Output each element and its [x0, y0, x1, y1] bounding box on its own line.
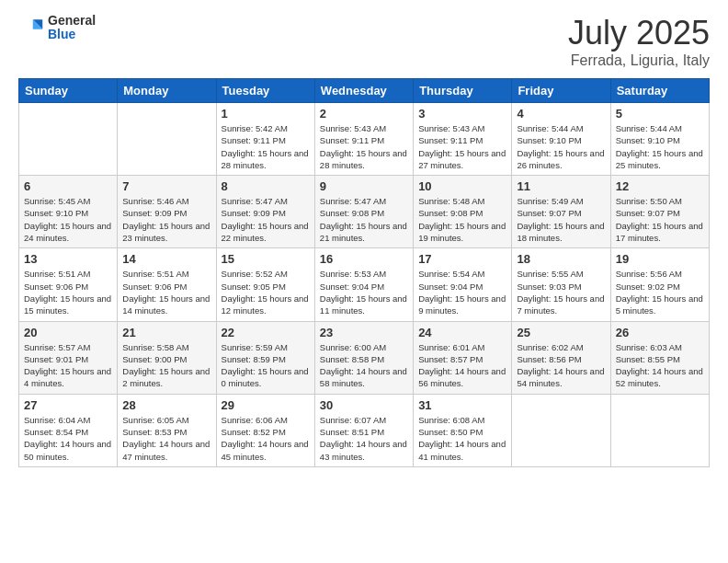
day-cell: 7Sunrise: 5:46 AM Sunset: 9:09 PM Daylig… — [118, 176, 216, 248]
column-header-saturday: Saturday — [610, 79, 709, 103]
day-number: 24 — [418, 326, 506, 339]
day-cell: 21Sunrise: 5:58 AM Sunset: 9:00 PM Dayli… — [118, 321, 216, 394]
month-title: July 2025 — [568, 14, 710, 52]
day-cell: 31Sunrise: 6:08 AM Sunset: 8:50 PM Dayli… — [414, 394, 512, 466]
day-number: 15 — [222, 252, 310, 266]
day-detail: Sunrise: 5:47 AM Sunset: 9:09 PM Dayligh… — [222, 195, 310, 244]
day-cell: 20Sunrise: 5:57 AM Sunset: 9:01 PM Dayli… — [19, 321, 118, 394]
day-detail: Sunrise: 6:00 AM Sunset: 8:58 PM Dayligh… — [320, 341, 408, 390]
day-cell: 17Sunrise: 5:54 AM Sunset: 9:04 PM Dayli… — [414, 248, 512, 321]
day-detail: Sunrise: 5:50 AM Sunset: 9:07 PM Dayligh… — [616, 195, 704, 244]
logo-text: General Blue — [48, 14, 96, 42]
day-number: 13 — [24, 252, 112, 266]
day-cell — [610, 394, 709, 466]
column-header-tuesday: Tuesday — [216, 79, 314, 103]
day-number: 11 — [517, 179, 605, 193]
day-cell: 16Sunrise: 5:53 AM Sunset: 9:04 PM Dayli… — [314, 248, 413, 321]
day-cell: 18Sunrise: 5:55 AM Sunset: 9:03 PM Dayli… — [512, 248, 610, 321]
week-row-2: 6Sunrise: 5:45 AM Sunset: 9:10 PM Daylig… — [19, 176, 710, 248]
day-number: 18 — [517, 252, 605, 266]
day-detail: Sunrise: 5:43 AM Sunset: 9:11 PM Dayligh… — [320, 122, 408, 171]
day-cell: 12Sunrise: 5:50 AM Sunset: 9:07 PM Dayli… — [610, 176, 709, 248]
day-number: 30 — [320, 398, 408, 412]
day-detail: Sunrise: 6:03 AM Sunset: 8:55 PM Dayligh… — [616, 341, 704, 390]
day-cell: 3Sunrise: 5:43 AM Sunset: 9:11 PM Daylig… — [414, 103, 512, 176]
day-number: 6 — [24, 179, 112, 193]
day-detail: Sunrise: 5:59 AM Sunset: 8:59 PM Dayligh… — [222, 341, 310, 390]
day-detail: Sunrise: 6:02 AM Sunset: 8:56 PM Dayligh… — [517, 341, 605, 390]
day-detail: Sunrise: 5:43 AM Sunset: 9:11 PM Dayligh… — [418, 122, 506, 171]
day-detail: Sunrise: 5:44 AM Sunset: 9:10 PM Dayligh… — [616, 122, 704, 171]
day-number: 27 — [24, 398, 112, 412]
day-number: 7 — [122, 179, 210, 193]
title-block: July 2025 Ferrada, Liguria, Italy — [568, 14, 710, 69]
day-cell: 13Sunrise: 5:51 AM Sunset: 9:06 PM Dayli… — [19, 248, 118, 321]
column-header-monday: Monday — [118, 79, 216, 103]
day-number: 8 — [222, 179, 310, 193]
day-cell: 14Sunrise: 5:51 AM Sunset: 9:06 PM Dayli… — [118, 248, 216, 321]
day-number: 12 — [616, 179, 704, 193]
day-cell: 26Sunrise: 6:03 AM Sunset: 8:55 PM Dayli… — [610, 321, 709, 394]
day-cell: 24Sunrise: 6:01 AM Sunset: 8:57 PM Dayli… — [414, 321, 512, 394]
day-number: 19 — [616, 252, 704, 266]
day-cell: 15Sunrise: 5:52 AM Sunset: 9:05 PM Dayli… — [216, 248, 314, 321]
day-number: 9 — [320, 179, 408, 193]
day-number: 22 — [222, 326, 310, 339]
day-detail: Sunrise: 6:08 AM Sunset: 8:50 PM Dayligh… — [418, 414, 506, 463]
day-cell: 5Sunrise: 5:44 AM Sunset: 9:10 PM Daylig… — [610, 103, 709, 176]
day-cell: 22Sunrise: 5:59 AM Sunset: 8:59 PM Dayli… — [216, 321, 314, 394]
day-detail: Sunrise: 5:51 AM Sunset: 9:06 PM Dayligh… — [122, 268, 210, 316]
day-cell: 23Sunrise: 6:00 AM Sunset: 8:58 PM Dayli… — [314, 321, 413, 394]
logo-icon — [18, 15, 44, 40]
day-number: 31 — [418, 398, 506, 412]
location: Ferrada, Liguria, Italy — [568, 52, 710, 69]
day-number: 25 — [517, 326, 605, 339]
calendar-page: General Blue July 2025 Ferrada, Liguria,… — [0, 0, 728, 563]
day-cell — [19, 103, 118, 176]
week-row-3: 13Sunrise: 5:51 AM Sunset: 9:06 PM Dayli… — [19, 248, 710, 321]
day-detail: Sunrise: 5:57 AM Sunset: 9:01 PM Dayligh… — [24, 341, 112, 390]
day-detail: Sunrise: 5:47 AM Sunset: 9:08 PM Dayligh… — [320, 195, 408, 244]
day-number: 29 — [222, 398, 310, 412]
day-cell — [118, 103, 216, 176]
day-detail: Sunrise: 5:44 AM Sunset: 9:10 PM Dayligh… — [517, 122, 605, 171]
logo-general: General — [48, 14, 96, 28]
day-detail: Sunrise: 5:55 AM Sunset: 9:03 PM Dayligh… — [517, 268, 605, 316]
day-detail: Sunrise: 5:48 AM Sunset: 9:08 PM Dayligh… — [418, 195, 506, 244]
column-header-sunday: Sunday — [19, 79, 118, 103]
day-number: 16 — [320, 252, 408, 266]
day-number: 26 — [616, 326, 704, 339]
day-detail: Sunrise: 5:49 AM Sunset: 9:07 PM Dayligh… — [517, 195, 605, 244]
day-number: 14 — [122, 252, 210, 266]
day-cell: 4Sunrise: 5:44 AM Sunset: 9:10 PM Daylig… — [512, 103, 610, 176]
day-cell: 19Sunrise: 5:56 AM Sunset: 9:02 PM Dayli… — [610, 248, 709, 321]
day-cell: 9Sunrise: 5:47 AM Sunset: 9:08 PM Daylig… — [314, 176, 413, 248]
day-number: 23 — [320, 326, 408, 339]
day-detail: Sunrise: 6:01 AM Sunset: 8:57 PM Dayligh… — [418, 341, 506, 390]
day-number: 10 — [418, 179, 506, 193]
day-number: 2 — [320, 107, 408, 121]
day-cell: 10Sunrise: 5:48 AM Sunset: 9:08 PM Dayli… — [414, 176, 512, 248]
day-detail: Sunrise: 6:06 AM Sunset: 8:52 PM Dayligh… — [222, 414, 310, 463]
day-cell: 25Sunrise: 6:02 AM Sunset: 8:56 PM Dayli… — [512, 321, 610, 394]
day-cell: 27Sunrise: 6:04 AM Sunset: 8:54 PM Dayli… — [19, 394, 118, 466]
day-cell: 2Sunrise: 5:43 AM Sunset: 9:11 PM Daylig… — [314, 103, 413, 176]
day-number: 5 — [616, 107, 704, 121]
day-cell: 1Sunrise: 5:42 AM Sunset: 9:11 PM Daylig… — [216, 103, 314, 176]
day-detail: Sunrise: 5:51 AM Sunset: 9:06 PM Dayligh… — [24, 268, 112, 316]
day-detail: Sunrise: 5:52 AM Sunset: 9:05 PM Dayligh… — [222, 268, 310, 316]
logo-blue: Blue — [48, 28, 96, 41]
calendar-table: SundayMondayTuesdayWednesdayThursdayFrid… — [18, 78, 710, 467]
week-row-1: 1Sunrise: 5:42 AM Sunset: 9:11 PM Daylig… — [19, 103, 710, 176]
day-number: 4 — [517, 107, 605, 121]
calendar-header-row: SundayMondayTuesdayWednesdayThursdayFrid… — [19, 79, 710, 103]
day-detail: Sunrise: 5:54 AM Sunset: 9:04 PM Dayligh… — [418, 268, 506, 316]
day-detail: Sunrise: 6:07 AM Sunset: 8:51 PM Dayligh… — [320, 414, 408, 463]
day-number: 1 — [222, 107, 310, 121]
day-cell: 6Sunrise: 5:45 AM Sunset: 9:10 PM Daylig… — [19, 176, 118, 248]
day-detail: Sunrise: 5:45 AM Sunset: 9:10 PM Dayligh… — [24, 195, 112, 244]
logo: General Blue — [18, 14, 96, 42]
week-row-5: 27Sunrise: 6:04 AM Sunset: 8:54 PM Dayli… — [19, 394, 710, 466]
day-number: 21 — [122, 326, 210, 339]
week-row-4: 20Sunrise: 5:57 AM Sunset: 9:01 PM Dayli… — [19, 321, 710, 394]
